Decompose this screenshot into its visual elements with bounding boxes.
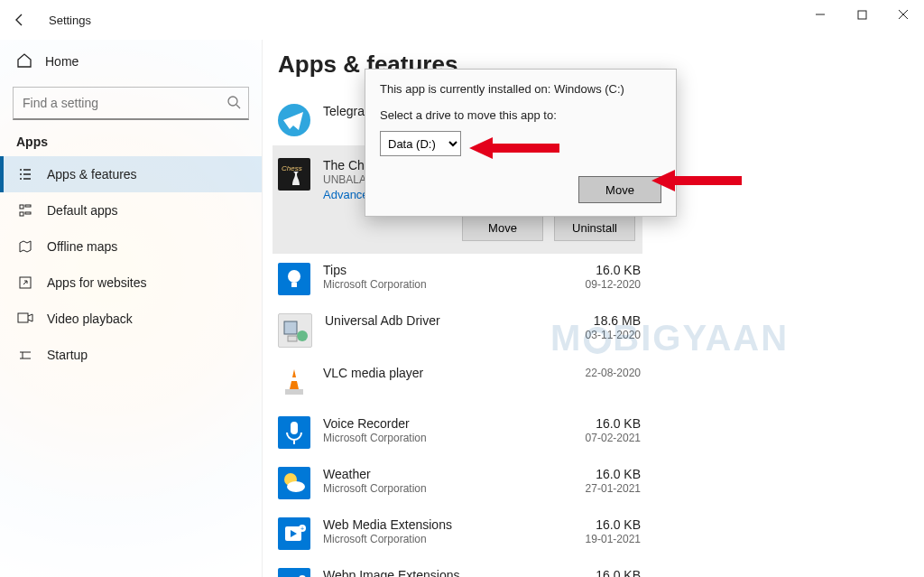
app-date: 07-02-2021 <box>586 432 641 444</box>
app-size: 16.0 KB <box>586 517 641 532</box>
sidebar-item-label: Apps & features <box>47 167 137 181</box>
app-size: 16.0 KB <box>586 263 641 277</box>
sidebar-item-apps-features[interactable]: Apps & features <box>0 156 262 192</box>
app-name: Webp Image Extensions <box>323 568 586 577</box>
sidebar-item-startup[interactable]: Startup <box>0 337 262 373</box>
list-icon <box>16 167 34 181</box>
sidebar-item-label: Offline maps <box>47 239 117 254</box>
app-name: VLC media player <box>323 366 586 380</box>
open-icon <box>16 275 34 290</box>
annotation-arrow-icon <box>651 168 742 193</box>
map-icon <box>16 239 34 254</box>
sidebar-home[interactable]: Home <box>0 45 262 78</box>
app-icon-tips <box>278 263 310 295</box>
svg-text:Chess: Chess <box>282 164 302 172</box>
app-row[interactable]: Weather Microsoft Corporation 16.0 KB 27… <box>278 458 642 508</box>
back-button[interactable] <box>9 9 31 31</box>
sidebar-item-label: Video playback <box>47 312 133 326</box>
search-input-wrap[interactable] <box>13 87 249 120</box>
svg-rect-14 <box>288 336 297 341</box>
svg-rect-5 <box>25 212 31 214</box>
app-icon-vlc <box>278 366 310 398</box>
app-icon-webp: + <box>278 568 310 577</box>
sidebar-section-label: Apps <box>0 135 262 149</box>
app-name: Weather <box>323 467 586 481</box>
sidebar: Home Apps Apps & features Default apps O… <box>0 40 263 577</box>
svg-point-13 <box>297 330 308 341</box>
app-size: 16.0 KB <box>586 467 641 481</box>
app-size: 16.0 KB <box>586 416 641 431</box>
startup-icon <box>16 348 34 362</box>
svg-rect-4 <box>20 212 23 216</box>
app-date: 09-12-2020 <box>586 278 641 291</box>
app-size: 18.6 MB <box>586 313 641 328</box>
annotation-arrow-icon <box>469 135 559 161</box>
app-date: 27-01-2021 <box>586 482 641 495</box>
app-icon-telegram <box>278 104 310 136</box>
defaults-icon <box>16 203 34 218</box>
svg-text:+: + <box>300 526 304 532</box>
app-row[interactable]: Voice Recorder Microsoft Corporation 16.… <box>278 407 642 458</box>
app-publisher: Microsoft Corporation <box>323 278 586 291</box>
maximize-button[interactable] <box>841 0 882 29</box>
popup-info-text: This app is currently installed on: Wind… <box>380 82 661 96</box>
sidebar-home-label: Home <box>45 54 79 69</box>
app-icon-chess: Chess <box>278 158 310 191</box>
minimize-button[interactable] <box>799 0 841 29</box>
sidebar-item-apps-websites[interactable]: Apps for websites <box>0 265 262 301</box>
sidebar-item-label: Startup <box>47 348 88 362</box>
svg-rect-2 <box>20 205 23 209</box>
drive-select[interactable]: Data (D:) <box>380 131 461 156</box>
app-date: 22-08-2020 <box>586 367 641 379</box>
sidebar-item-label: Apps for websites <box>47 275 147 290</box>
svg-rect-0 <box>858 11 866 19</box>
search-icon <box>226 95 241 112</box>
popup-instruction-text: Select a drive to move this app to: <box>380 108 661 122</box>
window-title: Settings <box>49 14 91 27</box>
app-icon-weather <box>278 467 310 499</box>
app-row[interactable]: + Webp Image Extensions Microsoft Corpor… <box>278 559 642 577</box>
uninstall-button[interactable]: Uninstall <box>554 214 635 241</box>
search-input[interactable] <box>21 95 226 111</box>
app-name: Universal Adb Driver <box>325 313 586 328</box>
svg-rect-15 <box>291 377 298 381</box>
app-size: 16.0 KB <box>586 568 641 577</box>
app-date: 03-11-2020 <box>586 329 641 341</box>
app-row[interactable]: Tips Microsoft Corporation 16.0 KB 09-12… <box>278 254 642 304</box>
app-name: Voice Recorder <box>323 416 586 431</box>
app-name: Tips <box>323 263 586 277</box>
sidebar-item-label: Default apps <box>47 203 118 218</box>
popup-move-button[interactable]: Move <box>578 176 661 203</box>
app-row[interactable]: Universal Adb Driver 18.6 MB 03-11-2020 <box>278 304 642 357</box>
svg-point-19 <box>287 481 305 492</box>
svg-point-1 <box>228 97 237 106</box>
svg-rect-11 <box>291 283 297 287</box>
window-controls <box>799 0 924 29</box>
app-publisher: Microsoft Corporation <box>323 533 586 545</box>
sidebar-item-default-apps[interactable]: Default apps <box>0 192 262 228</box>
svg-point-10 <box>288 270 300 283</box>
sidebar-item-video-playback[interactable]: Video playback <box>0 301 262 337</box>
app-icon-voice-recorder <box>278 416 310 449</box>
app-icon-adb <box>278 313 312 348</box>
close-button[interactable] <box>882 0 924 29</box>
svg-rect-17 <box>291 422 298 434</box>
settings-window: Settings Home Apps Apps & feat <box>0 0 924 577</box>
app-publisher: Microsoft Corporation <box>323 482 586 495</box>
sidebar-item-offline-maps[interactable]: Offline maps <box>0 228 262 265</box>
titlebar: Settings <box>0 0 924 40</box>
app-row[interactable]: + Web Media Extensions Microsoft Corpora… <box>278 508 642 559</box>
app-row-actions: Move Uninstall <box>273 214 642 254</box>
app-icon-web-media: + <box>278 517 310 550</box>
app-name: Web Media Extensions <box>323 517 586 532</box>
svg-rect-16 <box>285 389 303 395</box>
move-button[interactable]: Move <box>462 214 543 241</box>
svg-rect-12 <box>284 321 297 334</box>
app-publisher: Microsoft Corporation <box>323 432 586 444</box>
home-icon <box>16 52 32 71</box>
app-row[interactable]: VLC media player 22-08-2020 <box>278 357 642 407</box>
video-icon <box>16 312 34 325</box>
svg-rect-7 <box>18 313 28 322</box>
svg-rect-3 <box>25 205 31 207</box>
app-date: 19-01-2021 <box>586 533 641 545</box>
